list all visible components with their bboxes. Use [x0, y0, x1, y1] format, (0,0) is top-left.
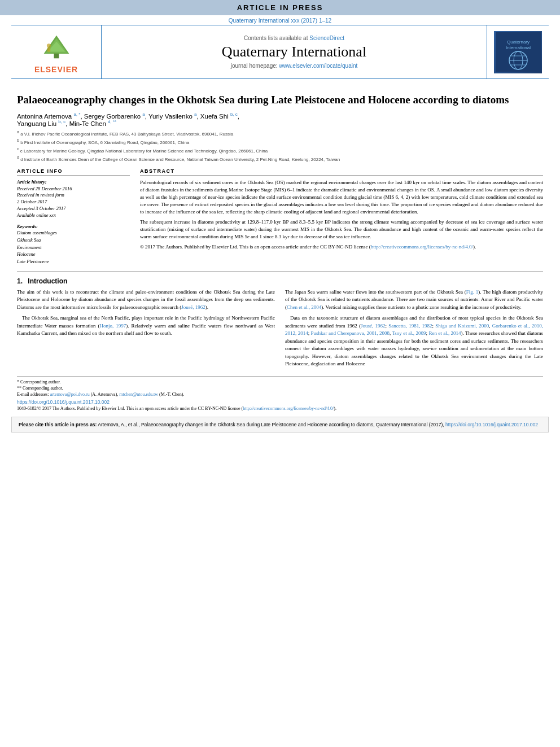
svg-text:International: International — [505, 45, 530, 50]
keyword-1: Diatom assemblages — [17, 229, 130, 237]
keyword-5: Late Pleistocene — [17, 258, 130, 265]
authors-line: Antonina Artemova a, *, Sergey Gorbarenk… — [17, 112, 543, 128]
ref-jouse-1962[interactable]: Jousé, 1962 — [181, 304, 205, 310]
article-title: Palaeoceanography changes in the Okhotsk… — [17, 93, 543, 107]
ref-ren[interactable]: Ren et al., 2014 — [428, 330, 461, 336]
footnote-email: E-mail addresses: artemova@poi.dvo.ru (A… — [17, 392, 543, 397]
abstract-para-2: The subsequent increase in diatoms produ… — [140, 219, 543, 241]
introduction-heading: 1. Introduction — [17, 277, 543, 285]
journal-homepage-line: journal homepage: www.elsevier.com/locat… — [231, 63, 358, 69]
footnote-2: ** Corresponding author. — [17, 386, 543, 391]
author-sup-d: d, ** — [108, 119, 116, 124]
svg-rect-5 — [47, 47, 50, 51]
main-content: Palaeoceanography changes in the Okhotsk… — [0, 79, 560, 417]
ref-chen-2004[interactable]: Chen et al., 2004 — [287, 304, 321, 310]
abstract-copyright: © 2017 The Authors. Published by Elsevie… — [140, 243, 543, 251]
available-online: Available online xxx — [17, 212, 130, 219]
author-sup-a2: a — [142, 112, 145, 117]
intro-right-text: The Japan Sea warm saline water flows in… — [285, 289, 543, 368]
article-info-column: ARTICLE INFO Article history: Received 2… — [17, 168, 130, 265]
affil-4: d d Institute of Earth Sciences Dean of … — [17, 155, 543, 163]
intro-para-1: The aim of this work is to reconstruct t… — [17, 289, 275, 312]
intro-number: 1. — [17, 277, 23, 285]
affil-2: b b First Institute of Oceanography, SOA… — [17, 138, 543, 146]
author-sup-a3: a — [194, 112, 196, 117]
ref-honjo-1997[interactable]: Honjo, 1997 — [100, 323, 126, 329]
elsevier-tree-svg — [37, 34, 76, 60]
intro-para-3: The Japan Sea warm saline water flows in… — [285, 289, 543, 312]
abstract-header: ABSTRACT — [140, 168, 543, 176]
journal-logo-svg: Quaternary International — [496, 32, 541, 72]
abstract-column: ABSTRACT Paleontological records of six … — [140, 168, 543, 265]
article-info-abstract-section: ARTICLE INFO Article history: Received 2… — [17, 168, 543, 265]
ref-tsoy[interactable]: Tsoy et al., 2009 — [392, 330, 426, 336]
intro-title: Introduction — [28, 277, 67, 285]
received-date: Received 28 December 2016 — [17, 186, 130, 193]
homepage-label: journal homepage: — [231, 63, 278, 69]
doi-line[interactable]: https://doi.org/10.1016/j.quaint.2017.10… — [17, 399, 543, 405]
issn-cc-link[interactable]: http://creativecommons.org/licenses/by-n… — [243, 406, 334, 411]
email-artemova[interactable]: artemova@poi.dvo.ru — [50, 392, 90, 397]
journal-center-info: Contents lists available at ScienceDirec… — [102, 25, 487, 78]
footnote-1: * Corresponding author. — [17, 379, 543, 385]
elsevier-tree-logo — [23, 30, 90, 64]
journal-header: ELSEVIER Contents lists available at Sci… — [11, 25, 549, 79]
affil-3: c c Laboratory for Marine Geology, Qingd… — [17, 146, 543, 154]
citation-box: Please cite this article in press as: Ar… — [11, 417, 549, 433]
introduction-body: The aim of this work is to reconstruct t… — [17, 289, 543, 372]
affiliations: a a V.I. Il'ichev Pacific Oceanological … — [17, 129, 543, 162]
author-sup-b1: b, c — [230, 112, 238, 117]
author-shi: Xuefa Shi — [200, 112, 229, 119]
article-history: Article history: Received 28 December 20… — [17, 179, 130, 219]
author-liu: Yanguang Liu — [17, 120, 56, 127]
ref-jouse-1962b[interactable]: Jousé, 1962 — [361, 323, 385, 329]
journal-logo-box: Quaternary International — [494, 31, 542, 73]
keyword-2: Okhotsk Sea — [17, 237, 130, 244]
ref-shiga[interactable]: Shiga and Koizumi, 2000 — [435, 323, 489, 329]
affil-1: a a V.I. Il'ichev Pacific Oceanological … — [17, 129, 543, 137]
journal-title: Quaternary International — [222, 43, 366, 60]
received-revised-label: Received in revised form — [17, 192, 130, 199]
sciencedirect-label: Contents lists available at — [244, 35, 308, 41]
issn-line: 1040-6182/© 2017 The Authors. Published … — [17, 406, 543, 411]
revised-date: 2 October 2017 — [17, 199, 130, 206]
intro-left-col: The aim of this work is to reconstruct t… — [17, 289, 275, 372]
keywords-list: Diatom assemblages Okhotsk Sea Environme… — [17, 229, 130, 265]
abstract-text: Paleontological records of six sediment … — [140, 179, 543, 251]
keyword-4: Holocene — [17, 251, 130, 258]
author-sup-b2: b, c — [58, 119, 65, 124]
footnotes-area: * Corresponding author. ** Corresponding… — [17, 376, 543, 397]
citation-please: Please cite this article in press as: — [19, 422, 97, 427]
ref-sancetta[interactable]: Sancetta, 1981, 1982 — [388, 323, 432, 329]
keywords-label: Keywords: — [17, 224, 130, 229]
article-in-press-banner: ARTICLE IN PRESS — [0, 0, 560, 15]
homepage-url[interactable]: www.elsevier.com/locate/quaint — [279, 63, 357, 69]
svg-point-4 — [46, 43, 50, 47]
intro-left-text: The aim of this work is to reconstruct t… — [17, 289, 275, 338]
author-chen: Min-Te Chen — [69, 120, 106, 127]
citation-doi-link[interactable]: https://doi.org/10.1016/j.quaint.2017.10… — [445, 422, 538, 427]
author-gorbarenko: Sergey Gorbarenko — [84, 112, 141, 119]
history-label: Article history: — [17, 179, 130, 186]
author-artemova: Antonina Artemova — [17, 112, 72, 119]
journal-right-logo: Quaternary International — [487, 25, 549, 78]
email-chen[interactable]: mtchen@ntou.edu.tw — [119, 392, 158, 397]
intro-para-4: Data on the taxonomic structure of diato… — [285, 314, 543, 368]
elsevier-logo-area: ELSEVIER — [11, 25, 102, 78]
abstract-para-1: Paleontological records of six sediment … — [140, 179, 543, 216]
journal-reference: Quaternary International xxx (2017) 1–12 — [0, 15, 560, 25]
sciencedirect-link[interactable]: ScienceDirect — [309, 35, 344, 41]
svg-rect-6 — [496, 32, 541, 72]
sciencedirect-line: Contents lists available at ScienceDirec… — [244, 35, 344, 41]
author-sup-a1: a, * — [73, 112, 80, 117]
article-info-header: ARTICLE INFO — [17, 168, 130, 176]
elsevier-label: ELSEVIER — [34, 65, 78, 74]
svg-text:Quaternary: Quaternary — [506, 40, 529, 45]
author-vasilenko: Yuriy Vasilenko — [148, 112, 193, 119]
ref-fig1[interactable]: Fig. 1 — [466, 289, 478, 295]
section-divider — [17, 271, 543, 272]
ref-pushkar[interactable]: Pushkar and Cherepanova, 2001, 2008 — [311, 330, 390, 336]
cc-license-link[interactable]: http://creativecommons.org/licenses/by-n… — [371, 244, 473, 250]
intro-para-2: The Okhotsk Sea, marginal sea of the Nor… — [17, 314, 275, 338]
accepted-date: Accepted 3 October 2017 — [17, 206, 130, 212]
